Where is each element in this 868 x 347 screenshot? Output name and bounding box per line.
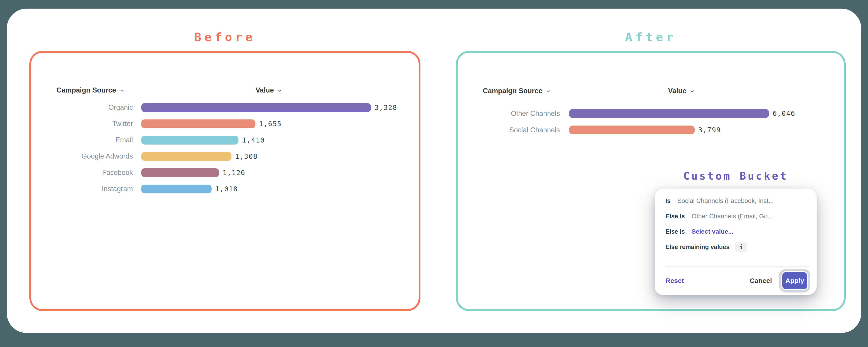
comparison-card: Before After Campaign Source Value Campa… [7,8,861,333]
after-title: After [456,30,846,44]
chevron-down-icon [690,89,695,94]
value-bar [569,125,694,134]
row-value: 1,308 [235,152,258,161]
row-label: Other Channels [470,110,560,118]
table-row: Other Channels6,046 [470,105,795,122]
row-value: 1,410 [242,136,265,144]
before-column-header-value[interactable]: Value [256,86,283,95]
bucket-rule-row: Else remaining values i [665,239,808,255]
page-background: Before After Campaign Source Value Campa… [0,0,868,347]
before-column-header-campaign-source[interactable]: Campaign Source [57,86,125,95]
value-bar [141,103,371,112]
bucket-rule-operator: Else remaining values [665,243,730,251]
row-value: 6,046 [773,110,795,117]
after-table: Other Channels6,046Social Channels3,799 [470,105,795,138]
row-value: 3,799 [698,126,721,134]
select-value-link[interactable]: Select value... [692,228,734,235]
table-row: Social Channels3,799 [470,122,795,138]
row-label: Social Channels [470,126,560,134]
apply-button[interactable]: Apply [782,272,807,289]
after-column-header-campaign-source[interactable]: Campaign Source [483,86,551,96]
after-column-header-value[interactable]: Value [668,86,695,96]
column-header-label: Value [256,86,274,94]
value-bar [141,184,212,194]
bucket-rule-row: Else Is Select value... [665,224,808,239]
reset-button[interactable]: Reset [665,277,684,285]
value-bar [569,109,769,118]
chevron-down-icon [119,88,125,93]
row-value: 3,328 [375,104,397,112]
table-row: Twitter1,655 [45,116,397,132]
row-label: Email [45,136,133,144]
table-row: Google Adwords1,308 [45,148,397,165]
table-row: Email1,410 [45,132,397,148]
before-title: Before [29,30,421,44]
bucket-rule-operator: Else Is [665,213,685,220]
row-label: Google Adwords [45,152,133,161]
bucket-rule-operator: Is [665,198,671,204]
table-row: Organic3,328 [45,99,397,116]
value-bar [141,152,231,161]
dialog-footer: Reset Cancel Apply [665,267,808,294]
row-value: 1,018 [215,185,238,193]
row-label: Twitter [45,120,133,128]
bucket-rule-row: Else Is Other Channels (Email, Go... [665,208,808,224]
custom-bucket-dialog: Is Social Channels (Facebook, Inst... El… [655,189,817,295]
row-label: Organic [45,104,133,112]
value-bar [141,119,255,128]
cancel-button[interactable]: Cancel [750,277,772,285]
table-row: Facebook1,126 [45,165,397,181]
bucket-rule-value[interactable]: Social Channels (Facebook, Inst... [677,197,774,204]
column-header-label: Campaign Source [57,86,116,94]
bucket-rule-value[interactable]: Other Channels (Email, Go... [692,213,773,220]
column-header-label: Value [668,87,686,95]
row-label: Instagram [45,185,133,193]
value-bar [141,168,219,177]
chevron-down-icon [546,89,551,94]
info-icon[interactable]: i [735,242,747,252]
bucket-rule-row: Is Social Channels (Facebook, Inst... [665,193,808,208]
bucket-rule-operator: Else Is [665,228,685,235]
row-value: 1,655 [259,120,282,128]
before-table: Organic3,328Twitter1,655Email1,410Google… [45,99,397,197]
row-label: Facebook [45,169,133,177]
custom-bucket-title: Custom Bucket [655,170,817,182]
value-bar [141,136,239,145]
chevron-down-icon [277,88,283,93]
row-value: 1,126 [223,169,245,177]
column-header-label: Campaign Source [483,87,542,95]
table-row: Instagram1,018 [45,181,397,197]
